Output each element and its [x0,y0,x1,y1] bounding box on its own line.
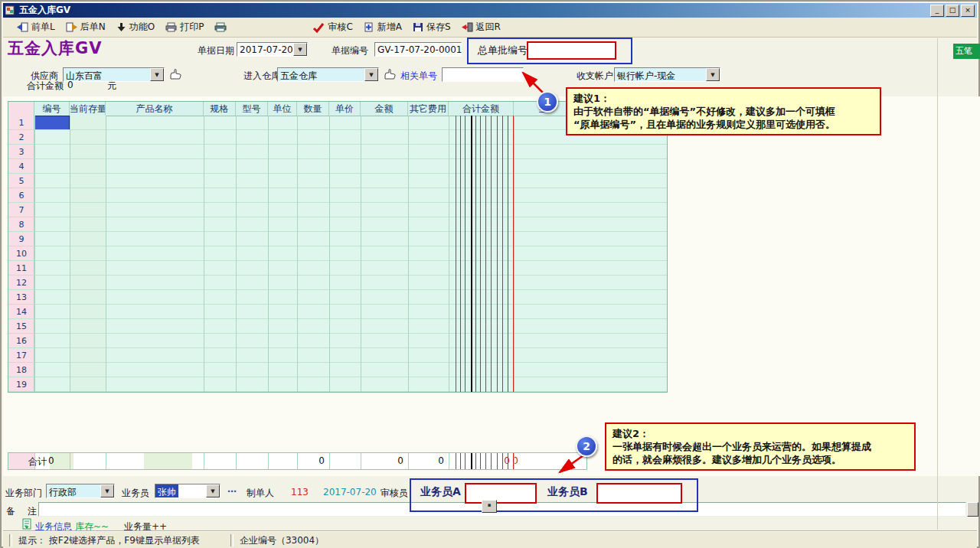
row-number[interactable]: 4 [8,159,34,174]
date-label: 单据日期 [198,44,234,57]
grid-body[interactable]: 12345678910111213141516171819 [8,116,667,392]
related-no-field[interactable] [442,67,524,82]
clerk-more-button[interactable]: … [227,484,237,494]
totals-other: 0 [400,455,444,466]
agent-b-label: 业务员B [547,485,588,499]
row-number[interactable]: 7 [8,203,34,217]
check-icon [312,22,325,33]
batch-no-mock-field [527,41,616,60]
row-number[interactable]: 19 [8,377,34,392]
clerk-label: 业务员 [122,487,149,500]
totals-row: 合计 0 0 0 0 0 0 [8,452,587,470]
items-grid[interactable]: 编号 当前存量 产品名称 规格 型号 单位 数量 单价 金额 其它费用 合计金额… [8,101,668,393]
next-doc-icon [66,22,77,32]
chevron-down-icon[interactable]: ▼ [150,68,164,81]
warehouse-label: 进入仓库 [243,70,280,83]
row-number[interactable]: 15 [8,319,34,334]
minimize-button[interactable]: _ [930,5,944,17]
status-hint: 提示： 按F2键选择产品，F9键显示单据列表 [18,534,200,547]
date-value: 2017-07-20 [237,43,293,56]
app-icon [5,5,16,15]
account-combo[interactable]: 银行帐户-现金 ▼ [614,67,720,82]
col-header: 单位 [268,102,297,116]
badge-1: 1 [537,91,558,113]
row-number[interactable]: 11 [8,261,34,276]
print-button[interactable]: 打印P [161,19,208,35]
row-number[interactable]: 3 [8,145,34,159]
row-number[interactable]: 5 [8,174,34,188]
next-doc-button[interactable]: 后单N [61,19,110,35]
row-number[interactable]: 16 [8,334,34,348]
window-title: 五金入库GV [19,4,70,17]
col-header: 其它费用 [408,102,449,116]
row-number[interactable]: 14 [8,305,34,319]
doc-no-label: 单据编号 [332,44,368,57]
row-number[interactable]: 1 [8,116,34,130]
chevron-down-icon[interactable]: ▼ [364,68,378,81]
warehouse-combo[interactable]: 五金仓库 ▼ [277,67,379,82]
remark-scroll-button[interactable] [967,502,978,517]
col-header: 合计金额 [449,102,514,116]
col-header: 数量 [297,102,329,116]
totals-label: 合计 [28,455,47,468]
exit-icon [462,22,473,32]
dept-label: 业务部门 [5,487,42,500]
chevron-down-icon[interactable]: ▼ [706,68,720,81]
totals-amount: 0 [359,455,403,466]
chevron-down-icon[interactable]: ▼ [293,43,307,56]
row-number[interactable]: 13 [8,290,34,305]
maker-date: 2017-07-20 [323,487,377,497]
print-icon [165,22,177,32]
chevron-down-icon[interactable]: ▼ [100,484,114,497]
chevron-down-icon[interactable]: ▼ [206,484,220,497]
clerk-combo[interactable]: 张帅 ▼ [155,484,220,498]
col-header: 当前存量 [70,102,106,116]
dept-combo[interactable]: 行政部 ▼ [46,484,115,498]
row-number[interactable]: 17 [8,348,34,363]
agent-a-mock-field [465,483,537,504]
auditor-label: 审核员 [381,487,408,500]
application-window: 五金入库GV _ □ × 前单L 后单N 功能O 打印P 审核C 新增A [0,0,980,548]
pick-hand-icon[interactable] [169,69,182,80]
suggestion-note-2: 建议2： 一张单据有时候会超出一个业务员来运营的。如果想算提成 的话，就会麻烦很… [605,422,916,471]
audit-button[interactable]: 审核C [308,19,357,35]
selected-cell[interactable] [34,116,70,130]
panel-edge-line [937,38,938,530]
col-header: 型号 [236,102,268,116]
maker-label: 制单人 [247,487,274,500]
maximize-button[interactable]: □ [946,5,959,17]
date-combo[interactable]: 2017-07-20 ▼ [237,42,308,57]
row-number[interactable]: 9 [8,232,34,246]
row-number[interactable]: 18 [8,363,34,377]
scrollbar-thumb[interactable]: ▪ [482,500,497,513]
row-number[interactable]: 2 [8,130,34,145]
prev-doc-button[interactable]: 前单L [12,19,60,35]
row-number[interactable]: 8 [8,217,34,232]
add-button[interactable]: 新增A [359,19,407,35]
related-no-label: 相关单号 [400,70,437,83]
back-button[interactable]: 返回R [457,19,505,35]
save-button[interactable]: 保存S [408,19,456,35]
status-bar: 提示： 按F2键选择产品，F9键显示单据列表 企业编号（33004） [3,531,977,548]
form-title: 五金入库GV [8,38,103,59]
row-number[interactable]: 12 [8,276,34,290]
account-label: 收支帐户 [577,70,613,83]
totals-red2: 0 [511,455,518,466]
ime-badge[interactable]: 五笔 [953,44,980,59]
functions-button[interactable]: 功能O [112,19,159,35]
badge-2: 2 [576,435,597,457]
sum-value: 0 [67,80,74,90]
new-doc-icon [364,22,374,32]
business-info-icon [22,518,32,530]
main-toolbar: 前单L 后单N 功能O 打印P 审核C 新增A 保存S 返回R [3,18,977,38]
pick-hand-icon[interactable] [384,69,397,80]
warehouse-value: 五金仓库 [278,68,364,81]
prev-doc-icon [17,22,28,32]
close-button[interactable]: × [961,5,975,17]
doc-no-field[interactable]: GV-17-07-20-0001 [374,42,462,57]
print-preview-button[interactable] [210,21,231,34]
agent-b-mock-field [596,483,682,504]
sum-unit: 元 [107,80,116,93]
row-number[interactable]: 6 [8,188,34,203]
row-number[interactable]: 10 [8,246,34,261]
